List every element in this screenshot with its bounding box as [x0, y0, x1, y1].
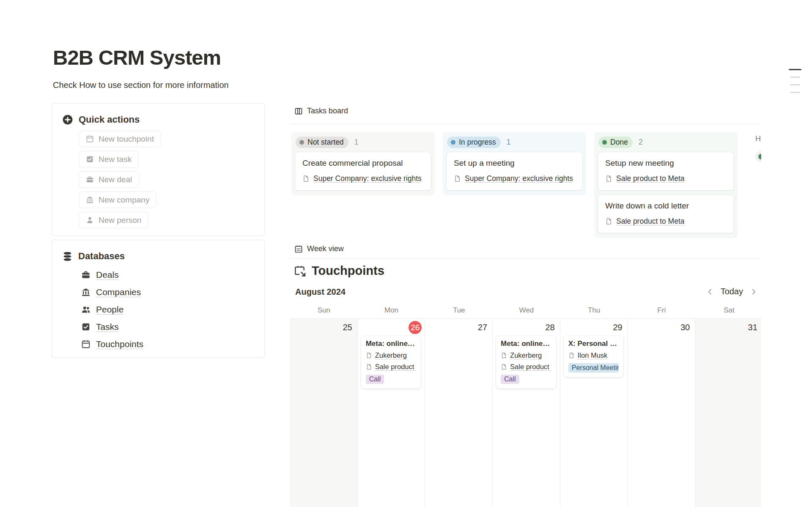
database-item-touchpoints[interactable]: Touchpoints	[81, 338, 264, 351]
calendar-grid-icon	[294, 245, 303, 253]
task-card-create-commercial-proposal[interactable]: Create commercial proposalSuper Company:…	[295, 152, 431, 190]
quick-action-new-task-button[interactable]: New task	[79, 151, 139, 167]
database-item-deals[interactable]: Deals	[81, 269, 264, 281]
group-count: 1	[354, 138, 359, 147]
database-item-label: People	[96, 304, 123, 315]
plus-circle-icon	[62, 114, 73, 125]
database-icon	[62, 251, 73, 262]
quick-action-new-company-button[interactable]: New company	[79, 192, 156, 208]
database-item-tasks[interactable]: Tasks	[81, 321, 264, 333]
tasks-board-view-tab[interactable]: Tasks board	[294, 107, 348, 115]
databases-title: Databases	[78, 251, 125, 262]
status-dot-icon	[602, 140, 607, 145]
day-of-week-header-row: SunMonTueWedThuFriSat	[290, 306, 761, 315]
chevron-right-icon[interactable]	[749, 288, 758, 296]
day-header-fri: Fri	[628, 306, 695, 315]
outline-line[interactable]	[790, 84, 800, 85]
event-tag-personal-meeting[interactable]: Personal Meeting	[568, 363, 619, 373]
kanban-board: Not started1Create commercial proposalSu…	[291, 132, 738, 238]
doc-icon	[501, 352, 507, 359]
day-header-wed: Wed	[493, 306, 560, 315]
event-relation-link[interactable]: Ilon Musk	[578, 351, 608, 359]
event-title: Meta: online…	[501, 340, 551, 348]
calendar-cell-aug-28: 28Meta: online…ZukerbergSale product to …	[493, 319, 560, 507]
touchpoint-event-card[interactable]: Meta: online…ZukerbergSale product to Me…	[496, 336, 556, 389]
quick-actions-panel: Quick actions New touchpointNew taskNew …	[52, 103, 265, 236]
database-item-label: Touchpoints	[96, 339, 143, 349]
calendar-cell-aug-31: 31	[695, 319, 761, 507]
database-item-people[interactable]: People	[81, 303, 264, 316]
board-icon	[294, 107, 303, 115]
main-content: Tasks board Not started1Create commercia…	[290, 0, 761, 507]
doc-icon	[366, 352, 372, 359]
doc-icon	[605, 175, 612, 182]
task-card-title: Write down a cold letter	[605, 201, 727, 211]
briefcase-icon	[86, 175, 94, 184]
task-card-relation-link[interactable]: Sale product to Meta	[616, 174, 684, 183]
divider	[290, 258, 761, 259]
calendar-cell-aug-25: 25	[290, 319, 358, 507]
event-relation-link[interactable]: Sale product to Meta	[375, 363, 417, 371]
task-card-write-down-a-cold-letter[interactable]: Write down a cold letterSale product to …	[598, 195, 734, 233]
status-pill-not-started[interactable]: Not started	[296, 137, 348, 148]
event-relation-link[interactable]: Zukerberg	[510, 351, 542, 359]
day-header-sun: Sun	[290, 306, 358, 315]
bank-icon	[86, 196, 94, 204]
week-view-tab[interactable]: Week view	[294, 244, 344, 253]
event-tag-call[interactable]: Call	[366, 375, 384, 384]
quick-actions-title: Quick actions	[79, 114, 140, 125]
database-item-label: Deals	[96, 270, 119, 280]
task-card-relation-link[interactable]: Super Company: exclusive rights	[313, 174, 422, 183]
day-header-mon: Mon	[358, 306, 425, 315]
task-card-setup-new-meeting[interactable]: Setup new meetingSale product to Meta	[598, 152, 734, 190]
event-relation-link[interactable]: Sale product to Meta	[510, 363, 551, 371]
status-pill-label: Not started	[307, 138, 344, 147]
doc-icon	[605, 218, 612, 225]
database-item-companies[interactable]: Companies	[81, 286, 264, 299]
green-dot-icon	[758, 154, 761, 159]
quick-action-label: New person	[99, 216, 141, 225]
plus-circle-icon	[62, 114, 73, 125]
event-tag-call[interactable]: Call	[501, 375, 519, 384]
task-card-set-up-a-meeting[interactable]: Set up a meetingSuper Company: exclusive…	[447, 152, 582, 190]
today-date-badge: 26	[409, 321, 422, 334]
database-icon	[62, 251, 73, 262]
database-item-label: Tasks	[96, 322, 119, 332]
touchpoint-event-card[interactable]: Meta: online…ZukerbergSale product to Me…	[361, 336, 421, 389]
outline-line-active[interactable]	[789, 69, 801, 70]
status-dot-icon	[451, 140, 455, 145]
kanban-column-not-started: Not started1Create commercial proposalSu…	[291, 132, 435, 195]
status-pill-done[interactable]: Done	[598, 137, 633, 148]
tasks-board-view-label: Tasks board	[307, 107, 348, 115]
calendar-arrow-icon	[294, 265, 306, 277]
status-pill-label: Done	[610, 138, 628, 147]
touchpoints-heading[interactable]: Touchpoints	[294, 264, 384, 278]
week-view-label: Week view	[307, 244, 344, 253]
quick-action-new-deal-button[interactable]: New deal	[79, 171, 139, 188]
date-number: 25	[343, 319, 357, 332]
calendar-cell-aug-26: 26Meta: online…ZukerbergSale product to …	[358, 319, 425, 507]
databases-panel: Databases DealsCompaniesPeopleTasksTouch…	[52, 240, 265, 358]
chevron-left-icon[interactable]	[706, 288, 714, 296]
calendar-arrow-icon	[294, 265, 306, 277]
outline-line[interactable]	[790, 77, 800, 78]
hidden-group-clipped-pill[interactable]	[755, 151, 761, 162]
touchpoint-event-card[interactable]: X: Personal …Ilon MuskPersonal Meeting	[564, 336, 624, 377]
today-button[interactable]: Today	[721, 287, 743, 296]
status-pill-in-progress[interactable]: In progress	[447, 137, 501, 148]
task-card-relation-link[interactable]: Super Company: exclusive rights	[465, 174, 573, 183]
checkbox-icon	[86, 155, 94, 163]
task-card-title: Set up a meeting	[454, 159, 575, 168]
doc-icon	[568, 352, 575, 359]
page-subtitle: Check How to use section for more inform…	[53, 80, 229, 90]
event-relation-link[interactable]: Zukerberg	[375, 351, 407, 359]
outline-line[interactable]	[790, 92, 800, 93]
hidden-group-clipped-label[interactable]: H	[755, 134, 761, 143]
calendar-cell-aug-27: 27	[425, 319, 493, 507]
people-icon	[81, 305, 91, 314]
event-title: X: Personal …	[568, 340, 619, 348]
quick-action-new-touchpoint-button[interactable]: New touchpoint	[79, 131, 161, 147]
quick-action-new-person-button[interactable]: New person	[79, 212, 148, 228]
task-card-relation-link[interactable]: Sale product to Meta	[616, 217, 684, 226]
calendar-icon	[81, 340, 91, 349]
